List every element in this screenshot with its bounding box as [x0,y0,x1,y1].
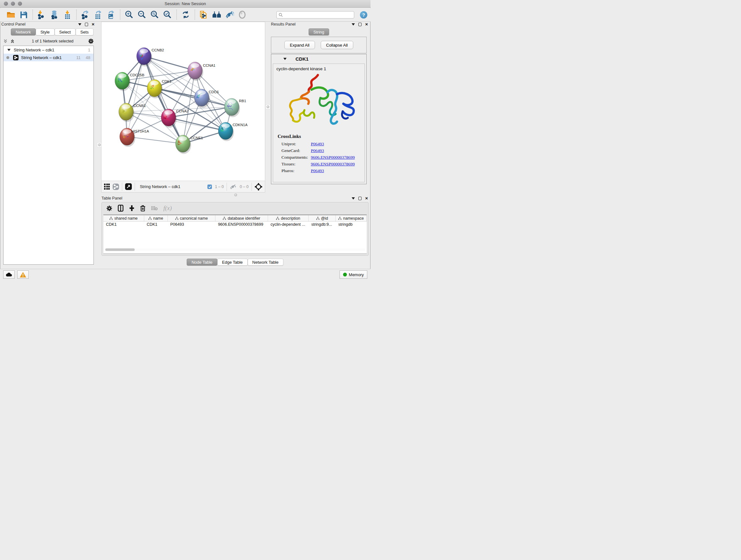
window-controls[interactable] [4,2,22,6]
import-table-icon[interactable] [63,10,72,19]
expand-all-button[interactable]: Expand All [284,41,315,49]
network-node-cdc6[interactable]: CDC6 [194,89,219,108]
network-node-ccnb2[interactable]: CCNB2 [137,48,164,66]
help-icon[interactable]: ? [360,11,367,18]
network-edge[interactable] [154,88,232,107]
network-options-gear-icon[interactable] [88,38,94,44]
table-hscrollbar-thumb[interactable] [105,248,135,251]
toolbar-search[interactable] [276,11,354,18]
network-node-cdc25b[interactable]: CDC25B [115,72,145,91]
homes-icon[interactable] [212,10,221,19]
tab-node-table[interactable]: Node Table [187,259,217,266]
cloud-button[interactable] [3,270,15,279]
table-cell[interactable]: stringdb [336,222,367,228]
clone-network-icon[interactable] [199,10,209,19]
hide-panels-icon[interactable] [225,10,234,19]
zoom-in-icon[interactable] [125,10,134,19]
crosslink-link[interactable]: P06493 [311,147,324,154]
expand-all-networks-icon[interactable] [10,39,15,44]
control-panel-menu-icon[interactable] [78,23,81,25]
tab-string-results[interactable]: String [309,28,329,36]
table-cell[interactable]: P06493 [168,222,216,228]
network-node-ccna2[interactable]: CCNA2 [161,109,189,128]
refresh-icon[interactable] [181,10,191,19]
network-node-ccna1[interactable]: CCNA1 [188,62,215,81]
network-canvas[interactable]: CCNB2CCNA1CDC25BCDK1CDC6RB1CCNB1CCNA2CDK… [101,22,265,181]
column-header[interactable]: canonical name [168,215,216,221]
import-database-icon[interactable] [50,10,59,19]
table-cell[interactable]: CDK1 [144,222,168,228]
show-grid-icon[interactable] [104,184,110,189]
zoom-selected-icon[interactable] [163,10,172,19]
table-panel-menu-icon[interactable] [352,197,355,199]
column-header[interactable]: database identifier [215,215,268,221]
memory-button[interactable]: Memory [340,270,367,279]
network-row[interactable]: String Network – cdk1 11 48 [3,54,93,61]
add-column-icon[interactable] [129,205,135,211]
table-cell[interactable]: CDK1 [104,222,144,228]
table-options-gear-icon[interactable] [106,205,112,211]
network-node-ccne1[interactable]: CCNE1 [176,135,203,154]
function-builder-icon[interactable]: f(x) [163,205,172,212]
results-panel-close-icon[interactable]: × [365,23,368,26]
tab-select[interactable]: Select [55,28,76,36]
crosslink-link[interactable]: P06493 [311,140,324,147]
share-network-icon[interactable] [113,184,119,190]
warning-button[interactable] [17,270,29,279]
table-panel-float-icon[interactable] [358,197,361,200]
tab-sets[interactable]: Sets [76,28,93,36]
delete-column-icon[interactable] [140,205,145,212]
control-panel-close-icon[interactable]: × [91,23,94,26]
export-image-icon[interactable] [106,10,116,19]
close-window-button[interactable] [4,2,8,6]
tab-network-table[interactable]: Network Table [248,259,283,266]
network-edge[interactable] [127,137,183,144]
collapse-all-networks-icon[interactable] [3,39,8,44]
zoom-out-icon[interactable] [137,10,147,19]
minimize-window-button[interactable] [11,2,15,6]
results-panel-float-icon[interactable] [358,23,361,26]
network-node-rb1[interactable]: RB1 [224,98,246,117]
show-panels-icon[interactable] [238,10,247,19]
open-session-icon[interactable] [6,10,16,19]
table-row[interactable]: CDK1CDK1P064939606.ENSP00000378699cyclin… [104,222,367,228]
network-node-cdkn1a[interactable]: CDKN1A [218,122,248,141]
tab-style[interactable]: Style [36,28,55,36]
network-node-cdk1[interactable]: CDK1 [147,79,172,98]
collapse-all-button[interactable]: Collapse All [321,41,353,49]
collection-expand-icon[interactable] [7,49,10,51]
show-columns-icon[interactable] [118,205,124,212]
table-cell[interactable]: stringdb:9... [309,222,336,228]
table-cell[interactable]: 9606.ENSP00000378699 [215,222,268,228]
column-header[interactable]: name [144,215,168,221]
import-network-icon[interactable] [37,10,47,19]
network-edge[interactable] [144,56,183,144]
column-header[interactable]: namespace [336,215,367,221]
table-cell[interactable]: cyclin-dependent ... [268,222,309,228]
table-hscrollbar[interactable] [105,248,365,251]
crosslink-link[interactable]: 9606.ENSP00000378699 [311,154,355,161]
table-panel-close-icon[interactable]: × [365,197,368,200]
delete-table-icon[interactable] [151,206,158,211]
selected-nodes-checkbox[interactable] [207,185,212,189]
hidden-eye-icon[interactable] [230,184,237,189]
search-input[interactable] [284,12,352,17]
export-table-icon[interactable] [93,10,103,19]
tab-network[interactable]: Network [11,28,36,36]
birdseye-icon[interactable] [255,183,262,191]
crosslink-link[interactable]: 9606.ENSP00000378699 [311,161,355,167]
zoom-fit-icon[interactable] [150,10,159,19]
node-table[interactable]: shared namenamecanonical namedatabase id… [104,214,367,254]
column-header[interactable]: shared name [104,215,144,221]
column-header[interactable]: @id [309,215,336,221]
results-panel-menu-icon[interactable] [352,23,355,25]
control-panel-float-icon[interactable] [85,23,88,26]
tab-edge-table[interactable]: Edge Table [217,259,248,266]
detach-view-icon[interactable] [125,183,132,190]
save-session-icon[interactable] [19,10,28,19]
zoom-window-button[interactable] [18,2,22,6]
gene-collapse-icon[interactable] [283,58,286,60]
network-node-hist1h1a[interactable]: HIST1H1A [120,128,149,147]
network-edge[interactable] [127,56,144,137]
column-header[interactable]: description [268,215,309,221]
